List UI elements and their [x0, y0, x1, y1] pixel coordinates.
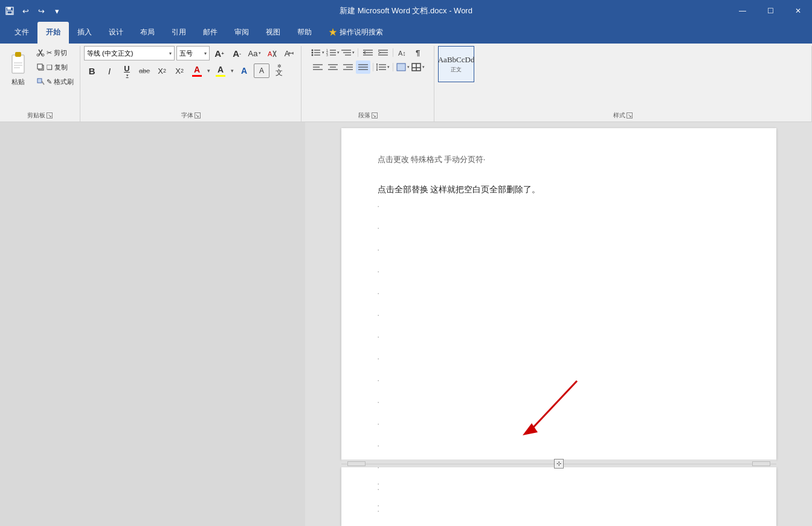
minimize-button[interactable]: —: [729, 0, 756, 22]
para-mark: ·: [378, 376, 740, 385]
phonetic-guide-button[interactable]: ✲ 文: [271, 63, 287, 78]
copy-button[interactable]: ❑ 复制: [34, 60, 76, 74]
font-group: 等线 (中文正文) ▾ 五号 ▾ A+ A- Aa▾ A A B: [80, 46, 301, 122]
paragraph-expand-icon[interactable]: ↘: [372, 112, 378, 119]
justify-button[interactable]: [356, 60, 370, 74]
style-normal[interactable]: AaBbCcDd 正文: [438, 46, 474, 82]
page-break-area: ⊹: [341, 459, 776, 467]
shading-button[interactable]: ▾: [396, 60, 410, 74]
align-center-button[interactable]: [326, 60, 340, 74]
styles-expand-icon[interactable]: ↘: [627, 112, 633, 119]
svg-rect-15: [37, 79, 42, 83]
svg-text:A: A: [268, 50, 272, 57]
tab-file[interactable]: 文件: [6, 22, 37, 44]
svg-point-27: [312, 52, 314, 54]
font-name-select[interactable]: 等线 (中文正文) ▾: [84, 46, 175, 60]
subscript-button[interactable]: X2: [154, 63, 170, 78]
tab-design[interactable]: 设计: [100, 22, 132, 44]
decrease-indent-button[interactable]: [361, 46, 375, 59]
bullet-list-button[interactable]: ▾: [311, 46, 325, 59]
char-border-button[interactable]: A: [254, 63, 269, 78]
page-break-handle-right: [752, 461, 770, 466]
paragraph-row1: ▾ 123 ▾ ▾ A↕: [311, 46, 425, 59]
format-painter-button[interactable]: ✎ 格式刷: [34, 75, 76, 88]
align-left-button[interactable]: [311, 60, 325, 74]
font-size-select[interactable]: 五号 ▾: [176, 46, 210, 60]
svg-line-16: [42, 81, 44, 85]
highlight-color-button[interactable]: A: [213, 63, 228, 78]
para-mark: ·: [378, 245, 740, 254]
document-area[interactable]: 点击更改 特殊格式 手动分页符· 点击全部替换 这样就把空白页全部删除了。 · …: [305, 122, 812, 526]
tab-review[interactable]: 审阅: [226, 22, 257, 44]
tab-mailing[interactable]: 邮件: [195, 22, 226, 44]
separator1: [358, 48, 358, 57]
increase-indent-button[interactable]: [376, 46, 390, 59]
save-button[interactable]: [2, 4, 17, 18]
text-effects-button[interactable]: A: [236, 63, 252, 78]
page-break-handle-left: [347, 461, 366, 466]
separator4: [393, 63, 393, 71]
svg-point-26: [312, 50, 314, 51]
italic-button[interactable]: I: [102, 63, 117, 78]
document-page-1[interactable]: 点击更改 特殊格式 手动分页符· 点击全部替换 这样就把空白页全部删除了。 · …: [341, 128, 776, 459]
strikethrough-button[interactable]: abe: [137, 63, 152, 78]
bold-button[interactable]: B: [84, 63, 100, 78]
qat-dropdown-button[interactable]: ▾: [50, 4, 64, 18]
para-mark: ·: [378, 289, 740, 297]
paste-icon: [6, 48, 30, 77]
font-expand-icon[interactable]: ↘: [195, 112, 201, 119]
paste-label: 粘贴: [11, 77, 25, 86]
cut-button[interactable]: ✂ 剪切: [34, 46, 76, 59]
para-mark: ·: [378, 267, 740, 276]
superscript-button[interactable]: X2: [172, 63, 187, 78]
sort-button[interactable]: A↕: [396, 46, 410, 59]
char-spacing-button[interactable]: A: [282, 46, 297, 60]
undo-button[interactable]: ↩: [18, 4, 33, 18]
para-mark: ·: [378, 441, 740, 450]
tab-view[interactable]: 视图: [257, 22, 289, 44]
font-label: 字体 ↘: [84, 110, 297, 122]
font-shrink-button[interactable]: A-: [229, 46, 245, 60]
underline-button[interactable]: U ▾: [119, 63, 135, 78]
clipboard-content: 粘贴 ✂ 剪切 ❑ 复制 ✎ 格式刷: [4, 46, 76, 110]
numbered-list-button[interactable]: 123 ▾: [326, 46, 340, 59]
line-spacing-button[interactable]: ▾: [376, 60, 390, 74]
window-controls: — ☐ ✕: [729, 0, 812, 22]
font-content: 等线 (中文正文) ▾ 五号 ▾ A+ A- Aa▾ A A B: [84, 46, 297, 110]
redo-button[interactable]: ↪: [34, 4, 48, 18]
maximize-button[interactable]: ☐: [756, 0, 784, 22]
page-break-center-icon[interactable]: ⊹: [554, 459, 564, 469]
clipboard-expand-icon[interactable]: ↘: [47, 112, 53, 119]
styles-group: AaBbCcDd 正文 样式 ↘: [434, 46, 812, 122]
font-name-dropdown-arrow: ▾: [169, 51, 172, 56]
align-right-button[interactable]: [341, 60, 355, 74]
tab-home[interactable]: 开始: [37, 22, 69, 44]
paste-button[interactable]: 粘贴: [4, 46, 33, 89]
clipboard-label: 剪贴板 ↘: [4, 110, 76, 122]
svg-rect-8: [14, 67, 20, 68]
clear-format-button[interactable]: A: [264, 46, 280, 60]
font-size-dropdown-arrow: ▾: [204, 51, 207, 56]
tab-help[interactable]: 帮助: [289, 22, 320, 44]
main-area: 点击更改 特殊格式 手动分页符· 点击全部替换 这样就把空白页全部删除了。 · …: [0, 122, 812, 526]
svg-text:A↕: A↕: [398, 50, 406, 57]
tab-references[interactable]: 引用: [163, 22, 195, 44]
doc-line2: 点击全部替换 这样就把空白页全部删除了。: [378, 182, 740, 197]
para-mark: ·: [378, 333, 740, 341]
para-mark: ·: [378, 224, 740, 232]
font-color-button[interactable]: A: [189, 63, 205, 78]
clipboard-group: 粘贴 ✂ 剪切 ❑ 复制 ✎ 格式刷 剪贴板 ↘: [0, 46, 80, 122]
multilevel-list-button[interactable]: ▾: [341, 46, 355, 59]
tab-insert[interactable]: 插入: [69, 22, 100, 44]
para-mark: ·: [378, 311, 740, 319]
show-hide-button[interactable]: ¶: [411, 46, 425, 59]
close-button[interactable]: ✕: [784, 0, 812, 22]
border-button[interactable]: ▾: [411, 60, 425, 74]
styles-label: 样式 ↘: [438, 110, 808, 122]
paragraph-marks: · · · · · · · · · · · · · · · · · ·: [378, 202, 740, 526]
para-mark: ·: [378, 398, 740, 406]
tab-search[interactable]: 操作说明搜索: [320, 22, 392, 44]
tab-layout[interactable]: 布局: [132, 22, 163, 44]
font-grow-button[interactable]: A+: [211, 46, 227, 60]
case-button[interactable]: Aa▾: [246, 46, 262, 60]
